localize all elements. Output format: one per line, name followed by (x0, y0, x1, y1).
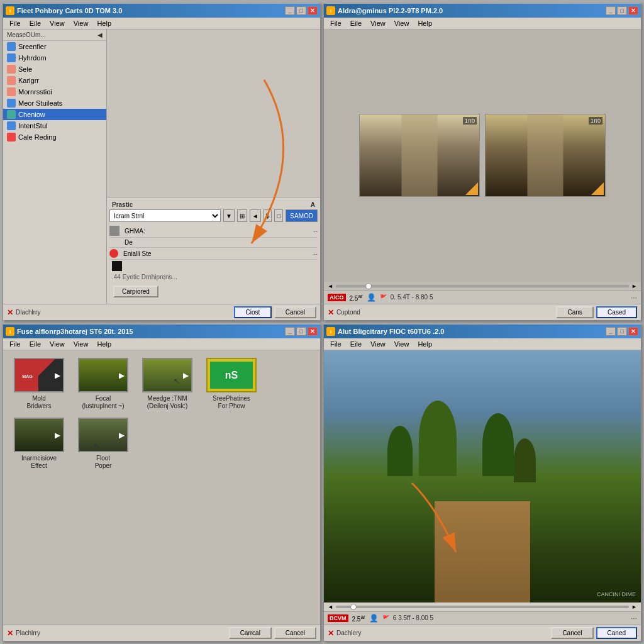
effect-thumb-floot (78, 418, 128, 452)
close-x-br[interactable]: ✕ (328, 629, 334, 638)
menu-view2-tl[interactable]: View (70, 19, 92, 28)
menu-view2-br[interactable]: View (391, 340, 413, 348)
menubar-bl: File Eile View View Help (3, 338, 320, 350)
effect-thumb-sreephatines: nS (206, 358, 257, 392)
slider-track-br[interactable] (336, 606, 629, 608)
minimize-btn-bl[interactable]: _ (285, 327, 295, 336)
samod-button[interactable]: SAMOD (286, 209, 318, 222)
close-btn-tl[interactable]: ✕ (308, 6, 318, 15)
menu-eile-tr[interactable]: Eile (347, 19, 365, 28)
slider-area-br: ◄ ► (324, 602, 641, 611)
minimize-btn-tr[interactable]: _ (606, 6, 616, 15)
sidebar-item-sreenfier[interactable]: Sreenfier (3, 41, 106, 52)
more-btn-br[interactable]: ··· (631, 614, 637, 623)
menu-file-tl[interactable]: File (6, 19, 25, 28)
maximize-btn-tl[interactable]: □ (296, 6, 306, 15)
sidebar-item-sele[interactable]: Sele (3, 64, 106, 75)
caned-button[interactable]: Caned (596, 627, 637, 639)
cans-button[interactable]: Cans (556, 306, 594, 318)
effect-floot[interactable]: FlootPoper ↖ (75, 418, 131, 470)
cancel-button-bl[interactable]: Cancel (274, 627, 316, 639)
menu-eile-tl[interactable]: Eile (26, 19, 45, 28)
effect-inarmcisiove[interactable]: InarmcisioveEffect (11, 418, 67, 470)
menu-help-tl[interactable]: Help (93, 19, 115, 28)
toolbar-monitor-btn[interactable]: □ (274, 209, 283, 222)
menu-view2-bl[interactable]: View (70, 340, 92, 348)
slider-thumb-tr[interactable] (365, 283, 372, 289)
thumbnail-2[interactable]: 1π0 (485, 114, 606, 197)
menu-view-br[interactable]: View (367, 340, 389, 348)
slider-thumb-br[interactable] (350, 604, 357, 610)
content-tr: 1π0 1π0 ◄ (324, 30, 641, 304)
maximize-btn-bl[interactable]: □ (296, 327, 306, 336)
preset-row-de: De (109, 238, 318, 248)
cancel-button-br[interactable]: Cancel (551, 627, 593, 639)
footer-status-bl: Plachlrry (16, 630, 40, 636)
maximize-btn-tr[interactable]: □ (617, 6, 627, 15)
toolbar-share-btn[interactable]: ◄ (250, 209, 261, 222)
effect-mold-bridwers[interactable]: MAG MoldBridwers (11, 358, 67, 410)
toolbar-dollar-btn[interactable]: $ (264, 209, 272, 222)
toolbar-grid-btn[interactable]: ⊞ (237, 209, 247, 222)
menu-file-br[interactable]: File (326, 340, 345, 348)
effect-sreephatines[interactable]: nS SreePhatinesFor Phow (203, 358, 260, 410)
menu-file-bl[interactable]: File (6, 340, 25, 348)
tree-1 (387, 426, 413, 476)
ciost-button[interactable]: Ciost (234, 306, 272, 318)
close-x-tr[interactable]: ✕ (328, 308, 334, 317)
cancel-button-tl[interactable]: Cancel (274, 306, 316, 318)
slider-track-tr[interactable] (336, 285, 629, 287)
app-icon-br: i (326, 327, 335, 336)
close-btn-bl[interactable]: ✕ (308, 327, 318, 336)
preset-panel-tl: Prastic A Icram Strnl ▼ ⊞ ◄ $ □ SAMOD G (107, 197, 320, 304)
effects-grid: MAG MoldBridwers Focal(lustruplnent ~) M… (3, 350, 320, 625)
menu-eile-br[interactable]: Eile (347, 340, 365, 348)
maximize-btn-br[interactable]: □ (617, 327, 627, 336)
effect-focal[interactable]: Focal(lustruplnent ~) (75, 358, 131, 410)
sidebar-item-intentstul[interactable]: IntentStul (3, 120, 106, 131)
more-btn-tr[interactable]: ··· (631, 293, 637, 302)
sidebar-item-hyhrdom[interactable]: Hyhrdom (3, 52, 106, 64)
close-btn-tr[interactable]: ✕ (628, 6, 638, 15)
cased-button[interactable]: Cased (596, 306, 637, 318)
menu-eile-bl[interactable]: Eile (26, 340, 45, 348)
minimize-btn-br[interactable]: _ (606, 327, 616, 336)
slider-right-tr: ► (631, 283, 637, 289)
menu-help-bl[interactable]: Help (93, 340, 115, 348)
sidebar-item-cheniow[interactable]: Cheniow (3, 109, 106, 120)
preset-dropdown[interactable]: Icram Strnl (109, 209, 221, 222)
menu-help-br[interactable]: Help (414, 340, 436, 348)
menu-view-tl[interactable]: View (46, 19, 69, 28)
menu-help-tr[interactable]: Help (414, 19, 436, 28)
effect-label-sreephatines: SreePhatinesFor Phow (213, 395, 250, 410)
sidebar-item-meor[interactable]: Meor Stuileats (3, 97, 106, 109)
icon-karigrr (7, 76, 16, 85)
slider-area-tr: ◄ ► (324, 282, 641, 291)
menu-file-tr[interactable]: File (326, 19, 345, 28)
footer-tl: ✕ Dlachlrry Ciost Cancel (3, 304, 320, 320)
minimize-btn-tl[interactable]: _ (285, 6, 295, 15)
close-x-bl[interactable]: ✕ (7, 629, 13, 638)
sidebar-item-mornrsstioi[interactable]: Mornrsstioi (3, 86, 106, 97)
footer-status-tl: Dlachlrry (16, 309, 40, 316)
menu-view-tr[interactable]: View (367, 19, 389, 28)
footer-buttons-br: Cancel Caned (551, 627, 637, 639)
sidebar-item-karigrr[interactable]: Karigrr (3, 75, 106, 86)
value-25-tr: 2.5ar (350, 293, 363, 302)
effect-meedge[interactable]: Meedge :TNM(Deilenj Vosk:) ↖ (139, 358, 196, 410)
footer-status-br: Dachlery (336, 630, 361, 636)
thumbnail-1[interactable]: 1π0 (359, 114, 480, 197)
carrcal-button[interactable]: Carrcal (229, 627, 272, 639)
toolbar-dropdown-btn[interactable]: ▼ (223, 209, 235, 222)
close-x-tl[interactable]: ✕ (7, 308, 13, 317)
sidebar-tl: MeaseOUm... ◀ Sreenfier Hyhrdom Sele Kar… (3, 30, 107, 304)
sidebar-item-cale[interactable]: Cale Reding (3, 131, 106, 143)
preset-toolbar: Icram Strnl ▼ ⊞ ◄ $ □ SAMOD (109, 209, 318, 222)
capture-button[interactable]: Carpiored (113, 286, 158, 297)
footer-buttons-bl: Carrcal Cancel (229, 627, 316, 639)
cursor-icon-2: ↖ (94, 441, 100, 450)
menu-view2-tr[interactable]: View (391, 19, 413, 28)
menu-view-bl[interactable]: View (46, 340, 69, 348)
close-btn-br[interactable]: ✕ (628, 327, 638, 336)
footer-left-br: ✕ Dachlery (328, 629, 361, 638)
